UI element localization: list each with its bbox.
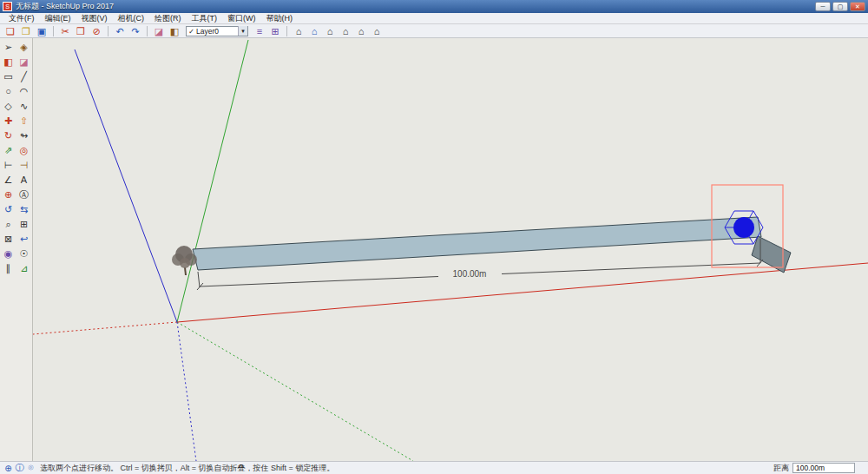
arc-tool[interactable]: ◠ bbox=[16, 84, 31, 98]
move-tool[interactable]: ✚ bbox=[1, 114, 16, 128]
red-axis-dotted bbox=[33, 322, 177, 334]
freehand-tool[interactable]: ∿ bbox=[16, 99, 31, 113]
orbit-tool[interactable]: ↺ bbox=[1, 202, 16, 216]
walk-tool[interactable]: ∥ bbox=[1, 261, 16, 275]
menu-draw[interactable]: 绘图(R) bbox=[149, 13, 187, 23]
close-button[interactable]: ✕ bbox=[850, 2, 865, 11]
tree-trunk bbox=[185, 267, 186, 275]
select-tool[interactable]: ➢ bbox=[1, 40, 16, 54]
red-axis bbox=[177, 263, 868, 322]
undo-button[interactable]: ↶ bbox=[113, 25, 127, 37]
paint-bucket-tool[interactable]: ◧ bbox=[1, 55, 16, 69]
offset-tool[interactable]: ◎ bbox=[16, 143, 31, 157]
blue-axis bbox=[75, 49, 177, 322]
rotate-tool[interactable]: ↻ bbox=[1, 128, 16, 142]
status-hint: 选取两个点进行移动。 Ctrl = 切换拷贝，Alt = 切换自动折叠，按住 S… bbox=[40, 463, 773, 474]
look-around-tool[interactable]: ☉ bbox=[16, 247, 31, 260]
sketchup-window: S 无标题 - SketchUp Pro 2017 ─ ▢ ✕ 文件(F) 编辑… bbox=[0, 0, 868, 474]
titlebar: S 无标题 - SketchUp Pro 2017 ─ ▢ ✕ bbox=[0, 0, 868, 13]
menubar: 文件(F) 编辑(E) 视图(V) 相机(C) 绘图(R) 工具(T) 窗口(W… bbox=[0, 13, 868, 24]
cut-button[interactable]: ✂ bbox=[58, 25, 72, 37]
maximize-button[interactable]: ▢ bbox=[832, 2, 848, 11]
new-document-button[interactable]: ❏ bbox=[3, 25, 17, 37]
main-area: ➢ ◈ ◧ ◪ ▭ ╱ ○ ◠ ◇ ∿ ✚ ⇧ ↻ ↬ ⇗ ◎ ⊢ ⊣ ∠ A … bbox=[0, 38, 868, 461]
zoom-tool[interactable]: ⌕ bbox=[1, 217, 16, 231]
follow-me-tool[interactable]: ↬ bbox=[16, 128, 31, 142]
zoom-window-tool[interactable]: ⊞ bbox=[16, 217, 31, 231]
eraser-button[interactable]: ◪ bbox=[152, 25, 166, 37]
dimension-tool[interactable]: ⊣ bbox=[16, 158, 31, 172]
push-pull-tool[interactable]: ⇧ bbox=[16, 114, 31, 128]
road-plane-face[interactable] bbox=[193, 217, 761, 270]
menu-file[interactable]: 文件(F) bbox=[3, 13, 40, 23]
dimension-extension-left bbox=[198, 272, 200, 287]
green-axis bbox=[177, 40, 248, 322]
menu-edit[interactable]: 编辑(E) bbox=[40, 13, 76, 23]
make-component-tool[interactable]: ◈ bbox=[16, 40, 31, 54]
dimension-line-right bbox=[502, 263, 760, 274]
layer-dropdown-value: Layer0 bbox=[196, 27, 238, 36]
line-tool[interactable]: ╱ bbox=[16, 69, 31, 83]
measurement-input[interactable] bbox=[792, 463, 855, 473]
axes-tool[interactable]: ⊕ bbox=[1, 188, 16, 201]
measurement-box: 距离 bbox=[773, 463, 855, 474]
green-axis-dotted bbox=[177, 322, 413, 461]
app-icon: S bbox=[3, 2, 12, 11]
copy-button[interactable]: ❒ bbox=[74, 25, 88, 37]
zoom-extents-tool[interactable]: ⊠ bbox=[1, 232, 16, 246]
text-tool[interactable]: A bbox=[16, 173, 31, 187]
menu-tools[interactable]: 工具(T) bbox=[187, 13, 223, 23]
toolbar-separator bbox=[147, 26, 148, 36]
toolbar-separator bbox=[53, 26, 54, 36]
back-view-button[interactable]: ⌂ bbox=[354, 25, 368, 37]
rectangle-tool[interactable]: ▭ bbox=[1, 69, 16, 83]
viewport[interactable]: 100.00m bbox=[33, 38, 868, 461]
top-view-button[interactable]: ⌂ bbox=[307, 25, 321, 37]
dimension-line-left bbox=[200, 277, 438, 287]
erase-button[interactable]: ⊘ bbox=[89, 25, 103, 37]
measurement-label: 距离 bbox=[773, 463, 789, 474]
sphere-entity[interactable] bbox=[733, 217, 754, 238]
menu-view[interactable]: 视图(V) bbox=[76, 13, 113, 23]
section-plane-tool[interactable]: ⊿ bbox=[16, 261, 31, 275]
layer-check-icon: ✓ bbox=[187, 27, 196, 36]
credits-icon[interactable]: ⓘ bbox=[14, 463, 25, 474]
3d-text-tool[interactable]: Ⓐ bbox=[16, 188, 31, 201]
front-view-button[interactable]: ⌂ bbox=[323, 25, 337, 37]
toolbar: ❏ ❐ ▣ ✂ ❒ ⊘ ↶ ↷ ◪ ◧ ✓ Layer0 ▾ ≡ ⊞ ⌂ ⌂ ⌂… bbox=[0, 24, 868, 38]
layer-dropdown[interactable]: ✓ Layer0 ▾ bbox=[186, 26, 248, 36]
tree-foliage bbox=[180, 258, 190, 268]
statusbar: ⊕ ⓘ ⌾ 选取两个点进行移动。 Ctrl = 切换拷贝，Alt = 切换自动折… bbox=[0, 461, 868, 474]
eraser-tool[interactable]: ◪ bbox=[16, 55, 31, 69]
toolbar-separator bbox=[108, 26, 108, 36]
save-button[interactable]: ▣ bbox=[35, 25, 49, 37]
scale-tool[interactable]: ⇗ bbox=[1, 143, 16, 157]
pan-tool[interactable]: ⇆ bbox=[16, 202, 31, 216]
viewport-canvas[interactable]: 100.00m bbox=[33, 38, 868, 461]
left-view-button[interactable]: ⌂ bbox=[370, 25, 384, 37]
dimension-label: 100.00m bbox=[453, 269, 487, 279]
claim-icon[interactable]: ⌾ bbox=[25, 463, 36, 474]
toolbar-separator bbox=[286, 26, 287, 36]
previous-view-tool[interactable]: ↩ bbox=[16, 232, 31, 246]
window-title: 无标题 - SketchUp Pro 2017 bbox=[16, 1, 813, 12]
geolocation-icon[interactable]: ⊕ bbox=[3, 463, 14, 474]
redo-button[interactable]: ↷ bbox=[128, 25, 142, 37]
menu-camera[interactable]: 相机(C) bbox=[113, 13, 150, 23]
blue-axis-dotted bbox=[177, 322, 196, 461]
menu-help[interactable]: 帮助(H) bbox=[261, 13, 299, 23]
tape-measure-tool[interactable]: ⊢ bbox=[1, 158, 16, 172]
polygon-tool[interactable]: ◇ bbox=[1, 99, 16, 113]
position-camera-tool[interactable]: ◉ bbox=[1, 247, 16, 260]
layer-manager-button[interactable]: ≡ bbox=[253, 25, 266, 37]
right-view-button[interactable]: ⌂ bbox=[339, 25, 352, 37]
minimize-button[interactable]: ─ bbox=[815, 2, 831, 11]
paint-bucket-button[interactable]: ◧ bbox=[168, 25, 181, 37]
open-button[interactable]: ❐ bbox=[19, 25, 33, 37]
layer-add-button[interactable]: ⊞ bbox=[268, 25, 282, 37]
menu-window[interactable]: 窗口(W) bbox=[222, 13, 261, 23]
protractor-tool[interactable]: ∠ bbox=[1, 173, 16, 187]
iso-view-button[interactable]: ⌂ bbox=[292, 25, 306, 37]
circle-tool[interactable]: ○ bbox=[1, 84, 16, 98]
chevron-down-icon[interactable]: ▾ bbox=[238, 26, 247, 36]
